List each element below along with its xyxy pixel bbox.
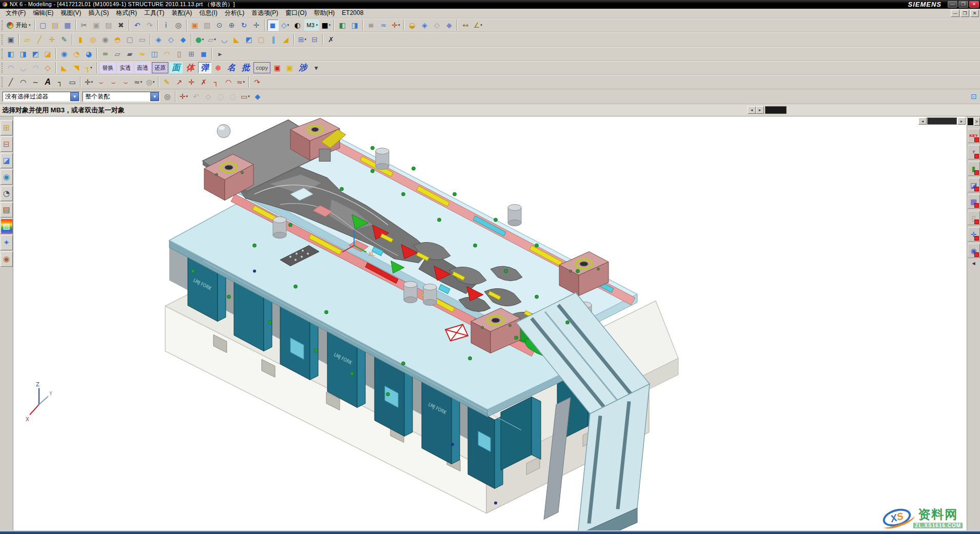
center-mark-icon[interactable]: ⊕ <box>212 62 224 73</box>
display-mode-icon[interactable]: ◇▾ <box>280 19 291 31</box>
chevron-down-icon[interactable]: ▼ <box>70 92 79 101</box>
chevron-down-icon[interactable]: ▾ <box>91 80 93 84</box>
interference-check-button[interactable]: 涉 <box>296 62 309 73</box>
subtract-icon[interactable]: ◇ <box>165 34 177 45</box>
toolbar-grip[interactable] <box>2 77 3 87</box>
part-plate-holes-icon[interactable]: ▦ <box>968 194 980 209</box>
part-blue-bracket-icon[interactable]: ◪ <box>968 178 980 192</box>
part-t-slot-button[interactable]: T <box>968 145 980 160</box>
shell-icon[interactable]: ▢ <box>256 34 267 45</box>
menu-item-8[interactable]: 分析(L) <box>221 8 248 17</box>
shaded-region-icon[interactable]: ▨ <box>202 19 213 31</box>
minimize-button[interactable]: — <box>948 1 957 8</box>
hole-icon[interactable]: ◉ <box>100 34 111 45</box>
start-button[interactable]: 开始▾ <box>5 19 32 31</box>
ruled-surface-icon[interactable]: ◠ <box>5 62 16 73</box>
expression-icon[interactable]: = <box>100 48 111 60</box>
rendering-style-icon[interactable]: ◐ <box>292 19 303 31</box>
hide-icon[interactable]: ◆ <box>443 19 455 31</box>
visualization-m3-button[interactable]: M3▾ <box>304 19 320 31</box>
chamfer-curve-icon[interactable]: ⌣ <box>120 76 131 88</box>
through-curve-mesh-icon[interactable]: ◠ <box>30 62 41 73</box>
snap-arc-center-icon[interactable]: ◌ <box>215 91 226 102</box>
solid-cube-icon[interactable]: ◼ <box>198 48 209 60</box>
edit-curve-icon[interactable]: ↷ <box>251 76 263 88</box>
intersect-icon[interactable]: ◆ <box>178 34 189 45</box>
sheet-body-icon[interactable]: ▱▾ <box>206 34 218 45</box>
text-curve-button[interactable]: A <box>42 76 53 88</box>
new-icon[interactable]: ▢ <box>37 19 49 31</box>
chevron-down-icon[interactable]: ▾ <box>153 80 155 84</box>
scroll-left-icon[interactable]: ◂ <box>748 106 756 114</box>
palette-expand-button[interactable]: > <box>974 117 980 126</box>
move-face-icon[interactable]: ◨ <box>17 48 29 60</box>
join-body-icon[interactable]: ⊞ <box>186 48 197 60</box>
palettes-icon[interactable]: ▤ <box>1 202 13 217</box>
point-icon[interactable]: ✛▾ <box>83 76 94 88</box>
save-icon[interactable]: ▦ <box>62 19 73 31</box>
part-green-block-icon[interactable]: ▮ <box>968 162 980 176</box>
graphics-window[interactable]: ◂ ▸ <box>13 116 967 530</box>
offset-region-icon[interactable]: ◩ <box>30 48 41 60</box>
app-icon[interactable] <box>2 2 8 7</box>
zoom-in-out-icon[interactable]: ⊕ <box>226 19 238 31</box>
replace-face-icon[interactable]: ◪ <box>42 48 53 60</box>
copy-attribute-button[interactable]: copy <box>253 62 270 73</box>
menu-item-6[interactable]: 装配(A) <box>168 8 195 17</box>
toolbar-grip[interactable] <box>2 20 3 30</box>
edit-feature-icon[interactable]: ◕ <box>83 48 94 60</box>
shaded-mode-icon[interactable]: ◼ <box>267 19 279 31</box>
datum-csys-icon[interactable]: ✛ <box>46 34 57 45</box>
menu-item-4[interactable]: 格式(R) <box>112 8 141 17</box>
history-icon[interactable]: ◔ <box>1 186 13 201</box>
menu-item-11[interactable]: 帮助(H) <box>310 8 339 17</box>
chevron-down-icon[interactable]: ▾ <box>480 23 482 27</box>
part-bushing-icon[interactable]: ▯ <box>968 211 980 225</box>
snap-midpoint-icon[interactable]: ◌ <box>227 91 239 102</box>
intersection-curve-icon[interactable]: ✗ <box>198 76 209 88</box>
menu-item-0[interactable]: 文件(F) <box>2 8 29 17</box>
child-close-button[interactable]: ✕ <box>970 10 979 17</box>
edge-blend-icon[interactable]: ◡ <box>219 34 230 45</box>
rectangle-icon[interactable]: ▭ <box>67 76 78 88</box>
fan-surface-icon[interactable]: ◠ <box>161 48 172 60</box>
batch-tool-button[interactable]: 批 <box>239 62 252 73</box>
sphere-icon[interactable]: ●▾ <box>194 34 205 45</box>
face-translucent-button[interactable]: 面透 <box>134 62 151 73</box>
key-palette-button[interactable]: KEY <box>968 129 980 143</box>
scroll-right-icon[interactable]: ▸ <box>957 117 966 125</box>
immediate-hide-icon[interactable]: ◇ <box>431 19 442 31</box>
restore-button[interactable]: ❐ <box>958 1 968 8</box>
replace-component-button[interactable]: 替换 <box>100 62 116 73</box>
chamfer-icon[interactable]: ◣ <box>231 34 242 45</box>
pocket-icon[interactable]: ▢ <box>124 34 135 45</box>
curve-rule-icon[interactable]: ✎ <box>161 76 172 88</box>
unite-icon[interactable]: ◈ <box>153 34 164 45</box>
toolbar-grip[interactable] <box>2 34 3 45</box>
new-view-window-icon[interactable]: ◨ <box>349 19 360 31</box>
copy-icon[interactable]: ▣ <box>91 19 102 31</box>
visualization-tools-icon[interactable]: ✦ <box>1 235 13 250</box>
assembly-navigator-icon[interactable]: ⊞ <box>1 120 13 135</box>
menu-item-1[interactable]: 编辑(E) <box>29 8 57 17</box>
orient-view-window-icon[interactable]: ◧ <box>337 19 348 31</box>
fit-view-icon[interactable]: ▣ <box>189 19 201 31</box>
chevron-down-icon[interactable]: ▼ <box>150 92 159 101</box>
child-minimize-button[interactable]: — <box>951 10 959 17</box>
pan-view-icon[interactable]: ✛ <box>251 19 262 31</box>
task-environment-icon[interactable]: ▣ <box>5 34 16 45</box>
more-features-icon[interactable]: ▸ <box>214 48 226 60</box>
pattern-face-icon[interactable]: ◧ <box>5 48 16 60</box>
menu-item-5[interactable]: 工具(T) <box>141 8 168 17</box>
menu-item-10[interactable]: 窗口(O) <box>282 8 310 17</box>
toolbar-grip[interactable] <box>2 63 3 73</box>
helix-icon[interactable]: ◎▾ <box>145 76 156 88</box>
rotate-view-icon[interactable]: ↻ <box>239 19 250 31</box>
polyline-icon[interactable]: ┐ <box>54 76 66 88</box>
information-icon[interactable]: i <box>161 19 172 31</box>
chevron-down-icon[interactable]: ▾ <box>186 94 188 98</box>
chevron-down-icon[interactable]: ▾ <box>329 23 331 27</box>
open-icon[interactable]: ▤ <box>50 19 61 31</box>
trim-corner-icon[interactable]: ⌣ <box>108 76 119 88</box>
restore-display-button[interactable]: 还原 <box>152 62 168 73</box>
